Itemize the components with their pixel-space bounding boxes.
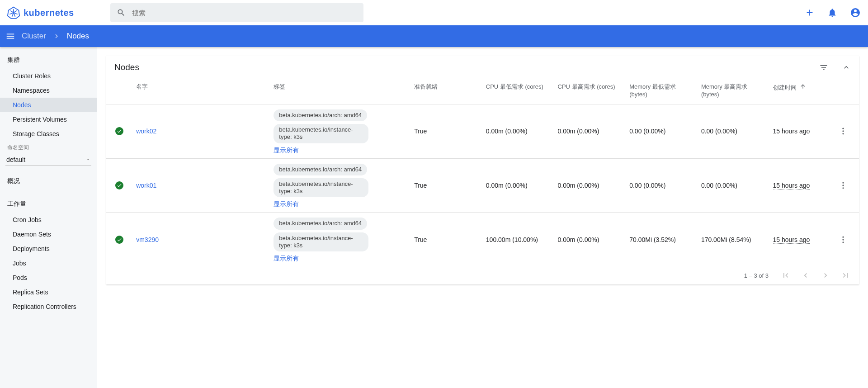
row-menu-button[interactable] [835, 158, 859, 213]
breadcrumb-current: Nodes [67, 32, 89, 41]
brand-logo[interactable]: kubernetes [7, 6, 74, 19]
table-row: work02beta.kubernetes.io/arch: amd64beta… [106, 104, 859, 158]
create-button[interactable] [805, 8, 815, 18]
col-mem-lim[interactable]: Memory 最高需求 (bytes) [698, 79, 769, 104]
sidebar-section-workloads[interactable]: 工作量 [0, 196, 97, 213]
col-labels[interactable]: 标签 [270, 79, 410, 104]
notifications-button[interactable] [827, 8, 837, 18]
account-button[interactable] [850, 7, 861, 18]
sidebar-item-cluster-roles[interactable]: Cluster Roles [0, 69, 97, 83]
label-chip: beta.kubernetes.io/instance-type: k3s [274, 124, 368, 143]
card-title: Nodes [114, 62, 819, 72]
sidebar-section-cluster[interactable]: 集群 [0, 52, 97, 69]
collapse-button[interactable] [842, 63, 851, 72]
sidebar-item-cron-jobs[interactable]: Cron Jobs [0, 213, 97, 227]
cell-mem-lim: 0.00 (0.00%) [698, 158, 769, 213]
cell-mem-req: 0.00 (0.00%) [626, 158, 698, 213]
menu-toggle[interactable] [5, 31, 15, 41]
row-menu-button[interactable] [835, 104, 859, 158]
account-icon [850, 7, 861, 18]
label-chip: beta.kubernetes.io/instance-type: k3s [274, 232, 368, 252]
cell-mem-req: 0.00 (0.00%) [626, 104, 698, 158]
sort-asc-icon [800, 83, 806, 90]
label-chip: beta.kubernetes.io/arch: amd64 [274, 164, 367, 175]
status-ok-icon [115, 236, 123, 244]
dropdown-icon [86, 157, 90, 162]
sidebar-item-deployments[interactable]: Deployments [0, 241, 97, 256]
search-input[interactable] [132, 9, 357, 17]
col-mem-req[interactable]: Memory 最低需求 (bytes) [626, 79, 698, 104]
col-cpu-lim[interactable]: CPU 最高需求 (cores) [554, 79, 626, 104]
nodes-card: Nodes 名字 标签 准备就绪 [106, 56, 859, 284]
sidebar-item-namespaces[interactable]: Namespaces [0, 83, 97, 98]
table-row: work01beta.kubernetes.io/arch: amd64beta… [106, 158, 859, 213]
cell-cpu-req: 0.00m (0.00%) [482, 158, 554, 213]
sidebar: 集群 Cluster RolesNamespacesNodesPersisten… [0, 47, 97, 388]
search-box[interactable] [110, 3, 363, 22]
row-menu-button[interactable] [835, 213, 859, 266]
sidebar-item-storage-classes[interactable]: Storage Classes [0, 127, 97, 141]
svg-point-15 [842, 236, 844, 237]
chevron-up-icon [842, 63, 851, 72]
sidebar-item-nodes[interactable]: Nodes [0, 98, 97, 112]
sidebar-item-replica-sets[interactable]: Replica Sets [0, 285, 97, 299]
node-link[interactable]: work02 [136, 128, 156, 135]
cell-ready: True [410, 158, 482, 213]
cell-mem-lim: 170.00Mi (8.54%) [698, 213, 769, 266]
breadcrumb-root[interactable]: Cluster [22, 32, 46, 41]
col-created[interactable]: 创建时间 [769, 79, 835, 104]
page-last[interactable] [841, 271, 850, 280]
nodes-table: 名字 标签 准备就绪 CPU 最低需求 (cores) CPU 最高需求 (co… [106, 79, 859, 266]
filter-button[interactable] [819, 63, 828, 72]
cell-cpu-lim: 0.00m (0.00%) [554, 213, 626, 266]
svg-point-16 [842, 239, 844, 240]
namespace-selector[interactable]: default [5, 154, 91, 166]
sidebar-item-jobs[interactable]: Jobs [0, 256, 97, 270]
sidebar-item-daemon-sets[interactable]: Daemon Sets [0, 227, 97, 241]
col-cpu-req[interactable]: CPU 最低需求 (cores) [482, 79, 554, 104]
show-all-labels[interactable]: 显示所有 [274, 255, 299, 263]
label-chip: beta.kubernetes.io/arch: amd64 [274, 218, 367, 229]
chevron-right-icon [52, 32, 61, 40]
cell-ready: True [410, 213, 482, 266]
sidebar-item-pods[interactable]: Pods [0, 270, 97, 285]
cell-ready: True [410, 104, 482, 158]
svg-line-3 [14, 11, 17, 13]
show-all-labels[interactable]: 显示所有 [274, 147, 299, 155]
cell-cpu-lim: 0.00m (0.00%) [554, 104, 626, 158]
page-next[interactable] [821, 271, 830, 280]
kubernetes-icon [7, 6, 20, 19]
namespace-value: default [6, 156, 25, 163]
bell-icon [827, 8, 837, 18]
col-ready[interactable]: 准备就绪 [410, 79, 482, 104]
label-chip: beta.kubernetes.io/instance-type: k3s [274, 178, 368, 198]
page-prev[interactable] [801, 271, 810, 280]
svg-point-11 [842, 133, 844, 134]
top-bar: kubernetes [0, 0, 868, 25]
svg-point-12 [842, 182, 844, 183]
cell-mem-req: 70.00Mi (3.52%) [626, 213, 698, 266]
filter-icon [819, 63, 828, 72]
table-row: vm3290beta.kubernetes.io/arch: amd64beta… [106, 213, 859, 266]
hamburger-icon [5, 31, 15, 41]
cell-cpu-lim: 0.00m (0.00%) [554, 158, 626, 213]
svg-point-10 [842, 130, 844, 132]
label-chip: beta.kubernetes.io/arch: amd64 [274, 109, 367, 121]
node-link[interactable]: work01 [136, 182, 156, 189]
col-name[interactable]: 名字 [132, 79, 270, 104]
brand-text: kubernetes [24, 8, 74, 18]
page-first[interactable] [781, 271, 790, 280]
node-link[interactable]: vm3290 [136, 236, 159, 243]
show-all-labels[interactable]: 显示所有 [274, 200, 299, 208]
breadcrumb-bar: Cluster Nodes [0, 25, 868, 47]
status-ok-icon [115, 127, 123, 135]
cell-age: 15 hours ago [773, 182, 810, 189]
svg-line-8 [10, 11, 14, 13]
sidebar-section-namespace: 命名空间 [0, 141, 97, 153]
cell-mem-lim: 0.00 (0.00%) [698, 104, 769, 158]
cell-cpu-req: 0.00m (0.00%) [482, 104, 554, 158]
sidebar-item-replication-controllers[interactable]: Replication Controllers [0, 299, 97, 314]
sidebar-section-overview[interactable]: 概况 [0, 174, 97, 190]
svg-point-17 [842, 241, 844, 243]
sidebar-item-persistent-volumes[interactable]: Persistent Volumes [0, 112, 97, 127]
